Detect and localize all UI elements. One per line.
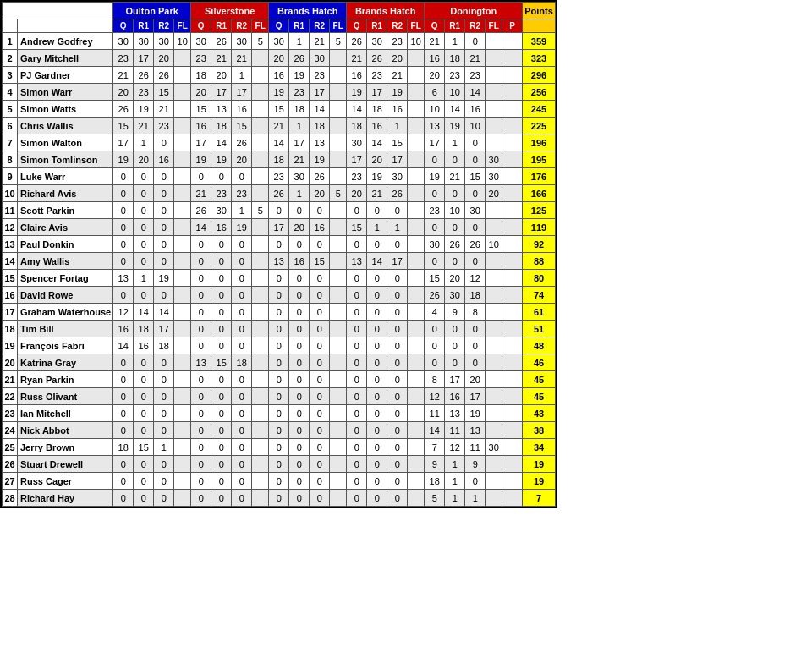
data-cell: 9 — [465, 456, 486, 473]
driver-name: Scott Parkin — [18, 202, 113, 219]
data-cell: 17 — [289, 134, 310, 151]
data-cell: 0 — [211, 456, 232, 473]
table-row: 13Paul Donkin0000000000003026261092 — [3, 236, 556, 253]
oulton-q: Q — [113, 19, 134, 33]
data-cell: 0 — [269, 388, 289, 405]
data-cell: 0 — [347, 371, 367, 388]
data-cell — [486, 490, 502, 507]
data-cell: 0 — [191, 321, 211, 337]
data-cell — [252, 134, 269, 151]
pos-cell: 1 — [3, 33, 18, 50]
don-p: P — [502, 19, 523, 33]
data-cell — [502, 50, 523, 67]
data-cell: 0 — [465, 33, 486, 50]
data-cell — [502, 168, 523, 185]
data-cell: 0 — [154, 236, 174, 253]
data-cell: 0 — [387, 371, 408, 388]
data-cell: 10 — [465, 118, 486, 134]
data-cell: 20 — [486, 185, 502, 202]
data-cell: 0 — [191, 304, 211, 321]
data-cell: 0 — [367, 439, 387, 456]
data-cell: 5 — [252, 33, 269, 50]
data-cell: 12 — [465, 270, 486, 287]
data-cell: 12 — [113, 304, 134, 321]
data-cell: 0 — [269, 304, 289, 321]
data-cell: 17 — [191, 134, 211, 151]
data-cell — [486, 270, 502, 287]
data-cell — [502, 439, 523, 456]
data-cell: 23 — [154, 118, 174, 134]
brands1-fl: FL — [330, 19, 347, 33]
data-cell: 0 — [367, 354, 387, 371]
data-cell: 0 — [367, 473, 387, 490]
points-cell: 245 — [523, 101, 556, 118]
driver-name: Claire Avis — [18, 219, 113, 236]
data-cell: 1 — [134, 270, 154, 287]
data-cell — [408, 151, 425, 168]
data-cell — [174, 151, 191, 168]
data-cell: 0 — [232, 456, 252, 473]
data-cell: 0 — [134, 219, 154, 236]
data-cell: 20 — [232, 151, 252, 168]
venue-brands-hatch-1: Brands Hatch — [269, 3, 347, 19]
points-cell: 92 — [523, 236, 556, 253]
brands1-q: Q — [269, 19, 289, 33]
driver-name: François Fabri — [18, 337, 113, 354]
data-cell: 30 — [289, 168, 310, 185]
brands2-r2: R2 — [387, 19, 408, 33]
data-cell: 17 — [367, 84, 387, 101]
data-cell: 0 — [269, 337, 289, 354]
data-cell: 26 — [425, 287, 445, 304]
data-cell: 0 — [134, 405, 154, 422]
data-cell: 0 — [154, 388, 174, 405]
data-cell: 30 — [134, 33, 154, 50]
data-cell: 0 — [347, 321, 367, 337]
data-cell: 18 — [134, 321, 154, 337]
data-cell: 0 — [211, 337, 232, 354]
data-cell: 1 — [232, 67, 252, 84]
data-cell: 1 — [445, 33, 465, 50]
data-cell: 6 — [425, 84, 445, 101]
data-cell — [502, 270, 523, 287]
data-cell — [330, 67, 347, 84]
points-cell: 195 — [523, 151, 556, 168]
driver-name: Tim Bill — [18, 321, 113, 337]
data-cell: 23 — [289, 84, 310, 101]
table-row: 26Stuart Drewell00000000000091919 — [3, 456, 556, 473]
data-cell: 0 — [289, 287, 310, 304]
data-cell: 0 — [211, 473, 232, 490]
data-cell: 23 — [465, 67, 486, 84]
driver-name: Spencer Fortag — [18, 270, 113, 287]
driver-name: Ian Mitchell — [18, 405, 113, 422]
data-cell: 0 — [154, 354, 174, 371]
data-cell: 0 — [154, 219, 174, 236]
data-cell: 23 — [445, 67, 465, 84]
data-cell: 0 — [387, 304, 408, 321]
data-cell: 30 — [387, 168, 408, 185]
pos-cell: 19 — [3, 337, 18, 354]
data-cell: 0 — [211, 371, 232, 388]
data-cell: 0 — [134, 388, 154, 405]
corner-cell — [3, 3, 113, 19]
data-cell: 0 — [232, 422, 252, 439]
data-cell: 26 — [367, 50, 387, 67]
data-cell: 0 — [232, 371, 252, 388]
data-cell: 30 — [211, 202, 232, 219]
data-cell: 0 — [191, 287, 211, 304]
data-cell: 0 — [113, 388, 134, 405]
driver-name: Graham Waterhouse — [18, 304, 113, 321]
data-cell — [408, 405, 425, 422]
data-cell: 0 — [387, 337, 408, 354]
data-cell: 1 — [289, 185, 310, 202]
data-cell: 26 — [465, 236, 486, 253]
data-cell: 9 — [445, 304, 465, 321]
driver-name: Luke Warr — [18, 168, 113, 185]
data-cell — [252, 422, 269, 439]
data-cell: 14 — [425, 422, 445, 439]
data-cell: 15 — [310, 253, 330, 270]
data-cell — [502, 118, 523, 134]
subheader-row: Q R1 R2 FL Q R1 R2 FL Q R1 R2 FL Q R1 R2… — [3, 19, 556, 33]
data-cell: 15 — [113, 118, 134, 134]
pos-cell: 14 — [3, 253, 18, 270]
data-cell — [252, 101, 269, 118]
